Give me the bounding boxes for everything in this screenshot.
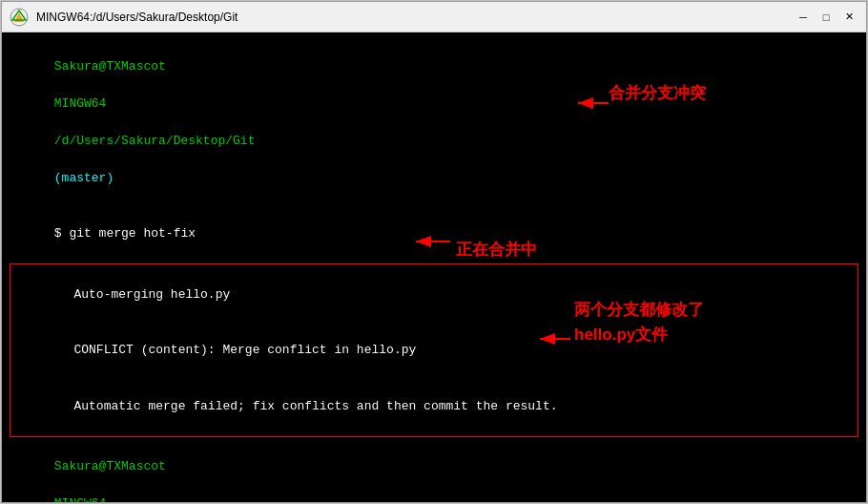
prompt-line-1: Sakura@TXMascot MINGW64 /d/Users/Sakura/…	[10, 38, 858, 206]
prompt-space-1	[54, 77, 62, 92]
prompt-dir-1: /d/Users/Sakura/Desktop/Git	[54, 134, 256, 148]
prompt-user-1: Sakura@TXMascot	[54, 59, 166, 74]
prompt-app-2: MINGW64	[54, 496, 107, 502]
auto-merging-text: Auto-merging hello.py	[73, 287, 230, 302]
merge-failed-line: Automatic merge failed; fix conflicts an…	[14, 378, 854, 434]
auto-merging-line: Auto-merging hello.py	[14, 266, 854, 323]
titlebar: MINGW64:/d/Users/Sakura/Desktop/Git ─ □ …	[2, 2, 866, 32]
merge-failed-text: Automatic merge failed; fix conflicts an…	[73, 399, 557, 413]
window-title: MINGW64:/d/Users/Sakura/Desktop/Git	[36, 10, 794, 24]
terminal-window: MINGW64:/d/Users/Sakura/Desktop/Git ─ □ …	[1, 1, 867, 503]
conflict-output-box: Auto-merging hello.py CONFLICT (content)…	[10, 263, 858, 437]
maximize-button[interactable]: □	[816, 8, 836, 27]
conflict-line: CONFLICT (content): Merge conflict in he…	[14, 323, 854, 379]
cmd-line-1: $ git merge hot-fix	[10, 206, 858, 262]
prompt-line-2: Sakura@TXMascot MINGW64 /d/Users/Sakura/…	[10, 439, 858, 503]
close-button[interactable]: ✕	[839, 8, 858, 27]
prompt-space-3	[54, 152, 62, 166]
prompt-app-1: MINGW64	[54, 96, 107, 111]
prompt-branch-1: (master)	[54, 171, 114, 185]
terminal-area[interactable]: Sakura@TXMascot MINGW64 /d/Users/Sakura/…	[2, 32, 866, 502]
prompt-space-2	[54, 115, 62, 129]
conflict-text: CONFLICT (content): Merge conflict in he…	[73, 343, 416, 357]
window-controls: ─ □ ✕	[794, 8, 858, 27]
minimize-button[interactable]: ─	[794, 8, 813, 27]
p2-s1	[54, 478, 62, 493]
cmd-dollar-1: $ git merge hot-fix	[54, 226, 196, 241]
app-icon	[10, 8, 29, 27]
prompt-user-2: Sakura@TXMascot	[54, 459, 166, 473]
